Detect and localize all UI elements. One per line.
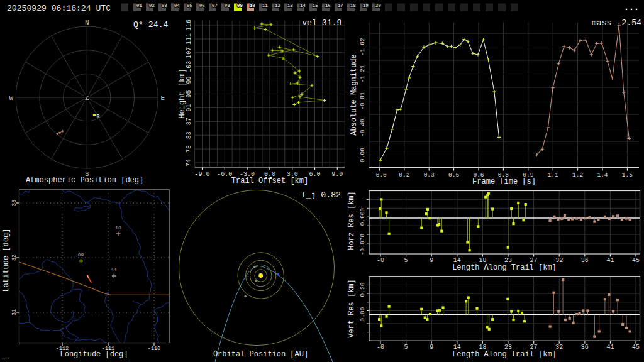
- svg-text:0.2: 0.2: [399, 172, 409, 178]
- svg-text:0.00: 0.00: [359, 148, 366, 162]
- svg-text:pyLW: pyLW: [2, 357, 9, 361]
- svg-text:45: 45: [632, 257, 640, 264]
- svg-text:14: 14: [300, 3, 306, 8]
- svg-text:5: 5: [404, 344, 408, 351]
- svg-text:-0.81: -0.81: [359, 92, 366, 110]
- svg-text:5: 5: [404, 257, 408, 264]
- svg-text:36: 36: [581, 344, 589, 351]
- svg-text:10: 10: [250, 3, 256, 8]
- svg-text:14: 14: [453, 257, 461, 264]
- svg-text:07: 07: [212, 3, 218, 8]
- svg-text:1.2: 1.2: [572, 172, 583, 178]
- svg-text:83: 83: [186, 131, 192, 139]
- svg-text:W: W: [9, 94, 13, 102]
- svg-text:Vert Res [km]: Vert Res [km]: [347, 279, 356, 338]
- svg-text:17: 17: [338, 3, 344, 8]
- svg-text:Absolute Magnitude: Absolute Magnitude: [350, 54, 358, 136]
- svg-text:27: 27: [530, 257, 538, 264]
- svg-text:9: 9: [430, 344, 433, 351]
- svg-text:09: 09: [237, 3, 243, 8]
- svg-text:0.000: 0.000: [359, 207, 366, 226]
- svg-text:-110: -110: [148, 346, 160, 352]
- svg-text:Length Along Trail [km]: Length Along Trail [km]: [452, 350, 557, 359]
- svg-text:27: 27: [530, 344, 538, 351]
- svg-text:-0.40: -0.40: [359, 119, 366, 137]
- svg-text:Frame Time [s]: Frame Time [s]: [472, 177, 536, 186]
- svg-text:6.0: 6.0: [309, 171, 320, 178]
- svg-text:-0: -0: [377, 257, 384, 264]
- svg-text:20: 20: [375, 3, 382, 8]
- svg-text:Q* 24.4: Q* 24.4: [133, 20, 168, 30]
- svg-text:04: 04: [174, 3, 180, 8]
- svg-text:41: 41: [606, 257, 614, 264]
- svg-text:74: 74: [186, 159, 192, 167]
- svg-text:33: 33: [11, 200, 18, 206]
- svg-text:Orbital Position [AU]: Orbital Position [AU]: [213, 350, 308, 359]
- svg-text:05: 05: [187, 3, 193, 8]
- svg-text:14: 14: [453, 344, 461, 351]
- svg-text:19: 19: [363, 3, 369, 8]
- svg-text:-0.078: -0.078: [359, 234, 366, 256]
- svg-text:9: 9: [430, 257, 433, 264]
- svg-text:Trail Offset [km]: Trail Offset [km]: [231, 177, 308, 185]
- svg-text:Atmospheric Position [deg]: Atmospheric Position [deg]: [26, 176, 143, 185]
- svg-text:-1.21: -1.21: [359, 65, 366, 83]
- svg-text:01: 01: [136, 3, 143, 8]
- svg-text:vel 31.9: vel 31.9: [302, 18, 341, 28]
- svg-text:1.4: 1.4: [597, 172, 608, 178]
- svg-text:18: 18: [350, 3, 357, 8]
- svg-text:45: 45: [632, 344, 640, 351]
- svg-text:R: R: [97, 113, 100, 119]
- svg-text:0.00: 0.00: [359, 307, 366, 321]
- svg-text:N: N: [85, 19, 89, 26]
- svg-text:-0.0: -0.0: [372, 172, 387, 178]
- svg-text:23: 23: [504, 344, 512, 351]
- svg-text:15: 15: [313, 3, 319, 8]
- svg-text:32: 32: [11, 255, 18, 261]
- svg-text:12: 12: [275, 3, 281, 8]
- svg-text:Latitude [deg]: Latitude [deg]: [2, 229, 11, 292]
- svg-text:18: 18: [479, 344, 486, 351]
- svg-text:Z: Z: [85, 94, 89, 102]
- svg-text:9.0: 9.0: [331, 171, 343, 178]
- svg-text:107: 107: [186, 47, 192, 58]
- svg-text:1.1: 1.1: [548, 172, 558, 178]
- svg-text:16: 16: [325, 3, 331, 8]
- svg-text:0.26: 0.26: [359, 282, 366, 297]
- svg-text:E: E: [160, 94, 165, 102]
- svg-text:1.5: 1.5: [622, 172, 633, 178]
- svg-text:11: 11: [262, 3, 269, 8]
- svg-text:Horz Res [km]: Horz Res [km]: [347, 191, 356, 250]
- svg-text:18: 18: [479, 257, 486, 264]
- svg-text:111: 111: [186, 33, 192, 45]
- svg-text:-6.0: -6.0: [217, 171, 232, 178]
- svg-text:Height [km]: Height [km]: [178, 69, 187, 118]
- svg-text:-1.62: -1.62: [359, 38, 366, 56]
- svg-text:31: 31: [11, 309, 18, 315]
- svg-text:32: 32: [555, 257, 563, 264]
- svg-text:0.5: 0.5: [448, 172, 459, 178]
- svg-text:13: 13: [287, 3, 294, 8]
- svg-text:-0: -0: [377, 344, 384, 351]
- svg-text:36: 36: [581, 257, 589, 264]
- svg-text:09: 09: [78, 252, 84, 258]
- svg-text:Longitude [deg]: Longitude [deg]: [60, 350, 128, 359]
- svg-text:41: 41: [606, 344, 614, 351]
- svg-text:T_j 0.82: T_j 0.82: [301, 190, 341, 200]
- svg-text:mass -2.54: mass -2.54: [592, 18, 641, 28]
- svg-text:10: 10: [115, 225, 121, 231]
- svg-text:Length Along Trail [km]: Length Along Trail [km]: [452, 263, 557, 272]
- svg-text:32: 32: [555, 344, 563, 351]
- svg-text:11: 11: [111, 267, 117, 273]
- svg-text:23: 23: [504, 257, 512, 264]
- svg-text:08: 08: [225, 3, 231, 8]
- svg-text:02: 02: [149, 3, 155, 8]
- svg-text:06: 06: [199, 3, 206, 8]
- svg-text:0.3: 0.3: [424, 172, 435, 178]
- svg-text:03: 03: [162, 3, 168, 8]
- svg-text:-9.0: -9.0: [194, 171, 209, 178]
- svg-text:116: 116: [186, 19, 192, 31]
- svg-text:20250929 06:16:24 UTC: 20250929 06:16:24 UTC: [7, 4, 111, 13]
- svg-text:78: 78: [186, 145, 192, 153]
